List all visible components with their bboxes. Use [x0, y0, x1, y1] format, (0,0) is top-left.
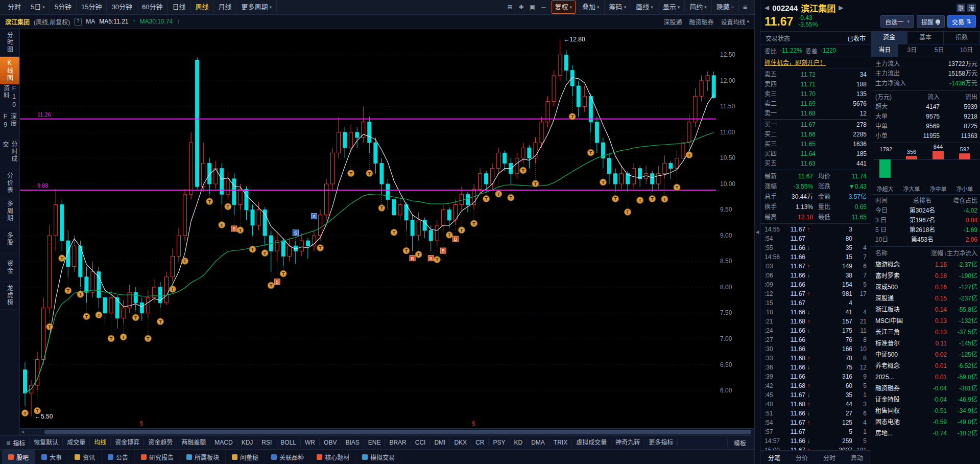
- book-row-ask[interactable]: 卖三11.70135: [760, 89, 871, 99]
- period-更多周期[interactable]: 更多周期▾: [236, 1, 277, 14]
- layout-icon[interactable]: ⊞: [505, 4, 516, 11]
- sidebar-item-资金[interactable]: 资金: [0, 253, 19, 282]
- add-icon[interactable]: ✚: [516, 4, 527, 11]
- tab-指数[interactable]: 指数: [944, 32, 980, 44]
- kline-chart[interactable]: 12.5012.0011.5011.0010.5010.009.509.008.…: [20, 29, 754, 428]
- indicator-DMA[interactable]: DMA: [527, 438, 549, 447]
- sector-row[interactable]: 养老概念0.01-6.52亿: [875, 360, 977, 372]
- indicator-虚拟成交量[interactable]: 虚拟成交量: [572, 438, 611, 447]
- tool-筹码[interactable]: 筹码▾: [605, 1, 632, 14]
- tool-叠加[interactable]: 叠加▾: [578, 1, 605, 14]
- daytab-当日[interactable]: 当日: [871, 44, 898, 57]
- sector-row[interactable]: 标准普尔0.11-145亿: [875, 338, 977, 349]
- bottom-tab-所属板块[interactable]: 所属板块: [180, 450, 226, 464]
- period-60分钟[interactable]: 60分钟: [137, 1, 168, 14]
- bottom-tab-公告[interactable]: 公告: [102, 450, 135, 464]
- prev-stock-icon[interactable]: ◀: [764, 4, 769, 11]
- indicator-MACD[interactable]: MACD: [210, 438, 237, 447]
- scrollbar-thumb[interactable]: [44, 430, 751, 434]
- sidebar-item-K线图[interactable]: K线图: [0, 57, 19, 85]
- ticktab-分笔[interactable]: 分笔: [760, 453, 788, 462]
- tool-显示[interactable]: 显示▾: [658, 1, 685, 14]
- indicator-神奇九转[interactable]: 神奇九转: [611, 438, 644, 447]
- indicator-ENE[interactable]: ENE: [364, 438, 386, 447]
- indicator-KD[interactable]: KD: [510, 438, 528, 447]
- next-stock-icon[interactable]: ▶: [839, 4, 843, 11]
- tool-复权[interactable]: 复权▾: [552, 1, 576, 14]
- indicator-两融差额[interactable]: 两融差额: [177, 438, 210, 447]
- legend-link-设置均线[interactable]: 设置均线▾: [721, 17, 749, 26]
- bottom-tab-问董秘[interactable]: 问董秘: [226, 450, 265, 464]
- alert-button[interactable]: 提醒: [917, 15, 945, 28]
- indicator-DKX[interactable]: DKX: [450, 438, 471, 447]
- ticktab-分时[interactable]: 分时: [816, 453, 843, 462]
- indicator-DMI[interactable]: DMI: [430, 438, 450, 447]
- sector-col-pct[interactable]: 涨幅↓: [923, 248, 947, 259]
- sidebar-item-分时图[interactable]: 分时图: [0, 29, 19, 57]
- period-日线[interactable]: 日线: [168, 1, 190, 14]
- bottom-tab-股吧[interactable]: 股吧: [2, 450, 35, 464]
- indicator-均线[interactable]: 均线: [90, 438, 111, 447]
- bottom-tab-大事[interactable]: 大事: [35, 450, 68, 464]
- indicator-BRAR[interactable]: BRAR: [385, 438, 411, 447]
- book-row-bid[interactable]: 买五11.63441: [760, 159, 871, 169]
- indicator-WR[interactable]: WR: [301, 438, 320, 447]
- legend-link-深股通[interactable]: 深股通: [663, 17, 682, 26]
- minimize-icon[interactable]: ─: [538, 4, 549, 11]
- trade-button[interactable]: 交易 ⇅: [947, 15, 976, 28]
- sidebar-item-F10资料[interactable]: F10资料: [0, 85, 19, 113]
- sector-row[interactable]: 中证5000.02-125亿: [875, 349, 977, 360]
- sector-row[interactable]: MSCI中国0.13-132亿: [875, 315, 977, 327]
- indicator-BOLL[interactable]: BOLL: [276, 438, 301, 447]
- indicator-KDJ[interactable]: KDJ: [237, 438, 258, 447]
- tool-画线[interactable]: 画线▾: [631, 1, 658, 14]
- sidebar-item-分时成交[interactable]: 分时成交: [0, 141, 19, 169]
- panel-icon[interactable]: ▣: [527, 4, 538, 11]
- period-周线[interactable]: 周线: [190, 1, 213, 14]
- book-row-ask[interactable]: 卖五11.7234: [760, 70, 871, 80]
- scroll-left-icon[interactable]: «: [21, 429, 25, 435]
- indicator-TRIX[interactable]: TRIX: [549, 438, 572, 447]
- indicator-资金趋势[interactable]: 资金趋势: [144, 438, 177, 447]
- sidebar-item-分价表[interactable]: 分价表: [0, 169, 19, 197]
- sector-row[interactable]: 租售同权-0.51-34.9亿: [875, 405, 977, 416]
- sidebar-item-多股[interactable]: 多股: [0, 225, 19, 253]
- daytab-10日[interactable]: 10日: [953, 44, 980, 57]
- bottom-tab-核心题材[interactable]: 核心题材: [310, 450, 356, 464]
- indicator-CR[interactable]: CR: [471, 438, 489, 447]
- sidebar-item-龙虎榜[interactable]: 龙虎榜: [0, 282, 19, 310]
- indicator-BIAS[interactable]: BIAS: [341, 438, 364, 447]
- period-5日[interactable]: 5日▾: [26, 1, 50, 14]
- indicator-lead[interactable]: ≣ 指标: [2, 438, 30, 447]
- bottom-tab-资讯[interactable]: 资讯: [68, 450, 102, 464]
- indicator-更多指标[interactable]: 更多指标: [644, 438, 678, 447]
- indicator-OBV[interactable]: OBV: [320, 438, 341, 447]
- book-row-ask[interactable]: 卖一11.6812: [760, 109, 871, 119]
- period-分时[interactable]: 分时: [3, 1, 26, 14]
- indicator-PSY[interactable]: PSY: [489, 438, 510, 447]
- indicator-成交量[interactable]: 成交量: [63, 438, 90, 447]
- period-月线[interactable]: 月线: [213, 1, 236, 14]
- bottom-tab-研究报告[interactable]: 研究报告: [135, 450, 180, 464]
- book-row-ask[interactable]: 卖四11.71188: [760, 80, 871, 89]
- panel-collapse-handle[interactable]: ◀: [754, 0, 760, 464]
- bottom-tab-模拟交易[interactable]: 模拟交易: [356, 450, 401, 464]
- sidebar-item-深度F9[interactable]: 深度F9: [0, 113, 19, 141]
- tool-简约[interactable]: 简约▾: [685, 1, 712, 14]
- sector-row[interactable]: 深成5000.16-127亿: [875, 282, 977, 293]
- sector-row[interactable]: 证金持股-0.04-46.9亿: [875, 394, 977, 405]
- book-row-bid[interactable]: 买一11.67278: [760, 120, 871, 130]
- sector-row[interactable]: 固态电池-0.59-49.0亿: [875, 416, 977, 428]
- sector-row[interactable]: 长江三角0.13-37.5亿: [875, 327, 977, 338]
- sector-row[interactable]: 旅游概念1.16-2.37亿: [875, 259, 977, 270]
- watchlist-button[interactable]: 自选一 ▾: [880, 15, 914, 28]
- book-row-ask[interactable]: 卖二11.695676: [760, 99, 871, 109]
- tool-隐藏[interactable]: 隐藏»: [712, 1, 739, 14]
- daytab-5日[interactable]: 5日: [926, 44, 953, 57]
- tab-资金[interactable]: 资金: [871, 32, 907, 44]
- template-button[interactable]: 模板: [727, 438, 752, 447]
- book-row-bid[interactable]: 买三11.651636: [760, 140, 871, 149]
- book-row-bid[interactable]: 买四11.64185: [760, 149, 871, 159]
- period-5分钟[interactable]: 5分钟: [50, 1, 77, 14]
- sector-row[interactable]: 2025...0.01-59.0亿: [875, 372, 977, 383]
